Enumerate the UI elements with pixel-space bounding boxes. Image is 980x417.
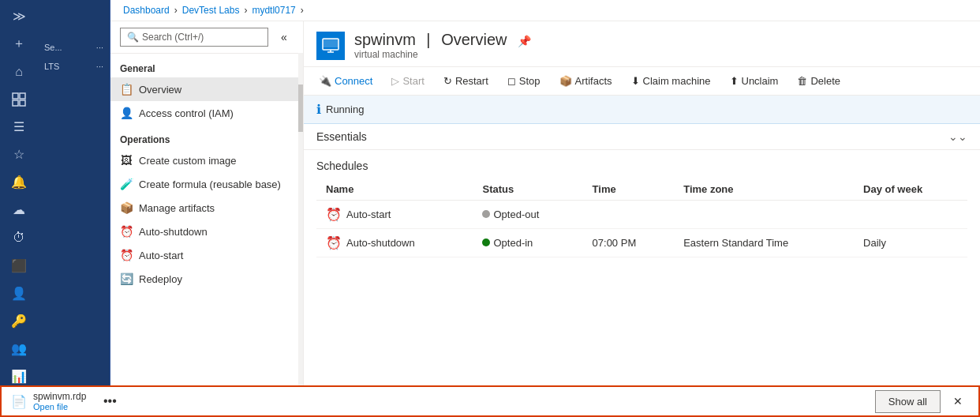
start-icon: ▷ <box>391 75 399 87</box>
scroll-thumb[interactable] <box>298 85 303 132</box>
essentials-label: Essentials <box>316 130 367 143</box>
nav-panel-item-1[interactable]: Se... ··· <box>38 38 110 57</box>
cloud-btn[interactable]: ☁ <box>3 197 35 223</box>
schedule-timezone <box>674 201 854 229</box>
expand-sidebar-btn[interactable]: ≫ <box>3 3 35 29</box>
claim-icon: ⬇ <box>631 75 640 87</box>
nav-item-label: Access control (IAM) <box>139 107 234 119</box>
nav-item-icon: ⏰ <box>120 249 133 261</box>
nav-item[interactable]: 🖼Create custom image <box>110 148 303 172</box>
essentials-bar[interactable]: Essentials ⌄⌄ <box>304 124 980 150</box>
home-btn[interactable]: ⌂ <box>3 58 35 85</box>
artifacts-button[interactable]: 📦 Artifacts <box>551 70 621 92</box>
nav-panel-item-1-label: Se... <box>44 43 62 52</box>
essentials-expand-icon: ⌄⌄ <box>948 130 967 143</box>
schedule-name: ⏰Auto-shutdown <box>316 229 473 257</box>
nav-panel-item-2[interactable]: LTS ··· <box>38 57 110 76</box>
nav-panel-item-1-more[interactable]: ··· <box>96 43 103 52</box>
notifications-btn[interactable]: 🔔 <box>3 169 35 195</box>
bottom-download-bar: 📄 spwinvm.rdp Open file ••• Show all ✕ <box>0 385 980 417</box>
nav-item-label: Redeploy <box>139 273 182 285</box>
status-dot <box>482 210 490 218</box>
nav-item-icon: 📦 <box>120 201 133 214</box>
vm-title: spwinvm | Overview 📌 <box>354 31 531 49</box>
nav-item-label: Overview <box>139 84 181 96</box>
nav-item-icon: 📋 <box>120 83 133 96</box>
person-btn[interactable]: 👤 <box>3 280 35 306</box>
start-button[interactable]: ▷ Start <box>383 70 432 92</box>
key-btn[interactable]: 🔑 <box>3 308 35 334</box>
restart-icon: ↻ <box>443 75 452 87</box>
file-icon: 📄 <box>11 394 27 409</box>
search-placeholder: Search (Ctrl+/) <box>142 32 204 43</box>
sidebar-icons: ≫ ＋ ⌂ ☰ ☆ 🔔 ☁ ⏱ ⬛ 👤 🔑 👥 📊 ⚙ <box>0 0 38 417</box>
schedule-name: ⏰Auto-start <box>316 201 473 229</box>
vm-separator: | <box>426 31 430 48</box>
close-bottom-button[interactable]: ✕ <box>947 390 969 412</box>
nav-item[interactable]: 🔄Redeploy <box>110 267 303 291</box>
breadcrumb-dashboard[interactable]: Dashboard <box>123 5 170 16</box>
search-box[interactable]: 🔍 Search (Ctrl+/) <box>120 28 268 47</box>
connect-button[interactable]: 🔌 Connect <box>310 70 381 92</box>
nav-item-icon: ⏰ <box>120 225 133 238</box>
status-bar: ℹ Running <box>304 96 980 124</box>
nav-panel: Se... ··· LTS ··· <box>38 0 110 417</box>
svg-rect-1 <box>20 93 25 99</box>
col-day: Day of week <box>854 178 967 201</box>
nav-section-label: General <box>110 54 303 77</box>
delete-button[interactable]: 🗑 Delete <box>788 70 849 92</box>
nav-item-icon: 🖼 <box>120 154 133 167</box>
nav-panel-item-2-more[interactable]: ··· <box>96 62 103 71</box>
nav-item[interactable]: 🧪Create formula (reusable base) <box>110 172 303 196</box>
unclaim-icon: ⬆ <box>730 75 739 87</box>
breadcrumb-sep2: › <box>244 5 247 16</box>
more-options-button[interactable]: ••• <box>99 390 121 412</box>
col-time: Time <box>583 178 675 201</box>
toolbar: 🔌 Connect ▷ Start ↻ Restart ◻ Stop 📦 <box>304 67 980 96</box>
pin-icon[interactable]: 📌 <box>518 35 531 47</box>
nav-item-label: Create formula (reusable base) <box>139 178 281 190</box>
restart-button[interactable]: ↻ Restart <box>435 70 497 92</box>
right-content: spwinvm | Overview 📌 virtual machine 🔌 C… <box>304 21 980 417</box>
nav-section: General📋Overview👤Access control (IAM) <box>110 54 303 125</box>
svg-rect-3 <box>20 100 25 106</box>
unclaim-button[interactable]: ⬆ Unclaim <box>721 70 787 92</box>
section-content: Schedules Name Status Time Time zone Day… <box>304 150 980 411</box>
breadcrumb-devtest[interactable]: DevTest Labs <box>182 5 240 16</box>
breadcrumb-lab[interactable]: mydtl0717 <box>252 5 295 16</box>
dashboard-btn[interactable] <box>3 86 35 112</box>
schedule-status: Opted-in <box>473 229 582 257</box>
users-btn[interactable]: 👥 <box>3 336 35 362</box>
schedule-time: 07:00 PM <box>583 229 675 257</box>
nav-section-label: Operations <box>110 125 303 148</box>
nav-item[interactable]: ⏰Auto-shutdown <box>110 220 303 243</box>
delete-icon: 🗑 <box>797 75 807 87</box>
nav-item-icon: 🧪 <box>120 178 133 190</box>
search-icon: 🔍 <box>127 32 139 43</box>
nav-panel-item-2-label: LTS <box>44 62 59 71</box>
list-btn[interactable]: ☰ <box>3 114 35 140</box>
monitor-btn[interactable]: ⬛ <box>3 253 35 279</box>
connect-icon: 🔌 <box>319 75 331 87</box>
favorites-btn[interactable]: ☆ <box>3 141 35 167</box>
schedule-time <box>583 201 675 229</box>
status-text: Running <box>326 103 364 115</box>
collapse-btn[interactable]: « <box>275 28 294 47</box>
nav-item[interactable]: 👤Access control (IAM) <box>110 101 303 125</box>
nav-item[interactable]: 📋Overview <box>110 77 303 101</box>
claim-button[interactable]: ⬇ Claim machine <box>623 70 720 92</box>
stop-button[interactable]: ◻ Stop <box>499 70 549 92</box>
add-btn[interactable]: ＋ <box>3 31 35 57</box>
nav-item[interactable]: 📦Manage artifacts <box>110 196 303 220</box>
nav-item-label: Auto-shutdown <box>139 226 208 238</box>
svg-rect-5 <box>323 39 339 47</box>
breadcrumb-sep1: › <box>174 5 178 16</box>
open-file-link[interactable]: Open file <box>33 402 86 411</box>
nav-item[interactable]: ⏰Auto-start <box>110 243 303 267</box>
show-all-button[interactable]: Show all <box>875 390 941 413</box>
schedules-title: Schedules <box>316 160 967 172</box>
breadcrumb: Dashboard › DevTest Labs › mydtl0717 › <box>110 0 980 21</box>
left-nav: 🔍 Search (Ctrl+/) « General📋Overview👤Acc… <box>110 21 304 417</box>
clock-btn[interactable]: ⏱ <box>3 225 35 251</box>
vm-page: Overview <box>441 31 507 48</box>
